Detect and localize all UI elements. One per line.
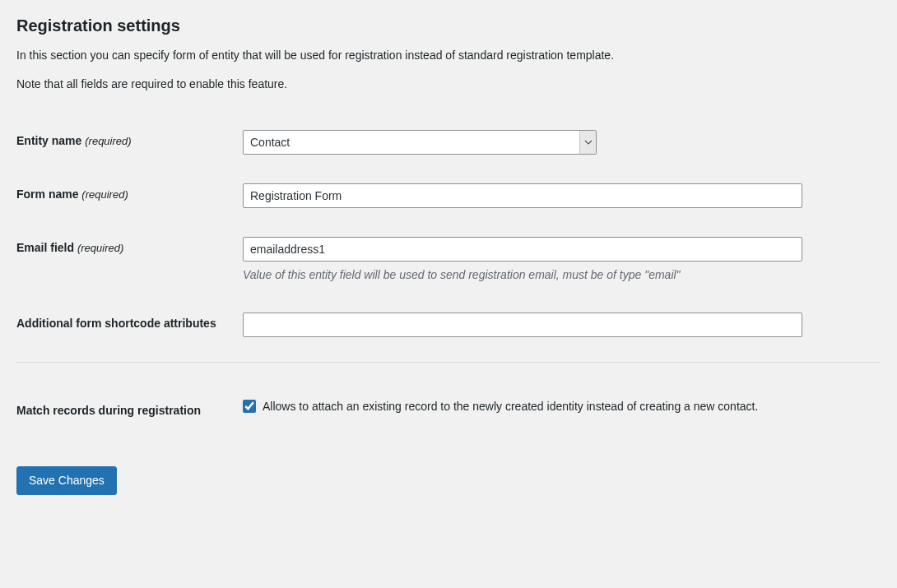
form-name-input[interactable]	[243, 183, 802, 208]
intro-text-2: Note that all fields are required to ena…	[16, 76, 881, 93]
additional-attrs-input[interactable]	[243, 313, 802, 337]
additional-attrs-label: Additional form shortcode attributes	[16, 300, 243, 354]
email-field-input[interactable]	[243, 237, 802, 262]
email-field-label: Email field (required)	[16, 225, 243, 300]
page-title: Registration settings	[16, 16, 881, 35]
entity-name-select[interactable]: Contact	[243, 130, 597, 155]
divider	[16, 362, 881, 363]
match-records-checkbox-label: Allows to attach an existing record to t…	[263, 400, 758, 413]
save-button[interactable]: Save Changes	[16, 466, 117, 495]
form-name-label: Form name (required)	[16, 171, 243, 225]
intro-text-1: In this section you can specify form of …	[16, 47, 881, 64]
match-records-checkbox[interactable]	[243, 400, 256, 413]
entity-name-label: Entity name (required)	[16, 118, 243, 171]
email-field-description: Value of this entity field will be used …	[243, 266, 872, 284]
match-records-label: Match records during registration	[16, 387, 243, 433]
